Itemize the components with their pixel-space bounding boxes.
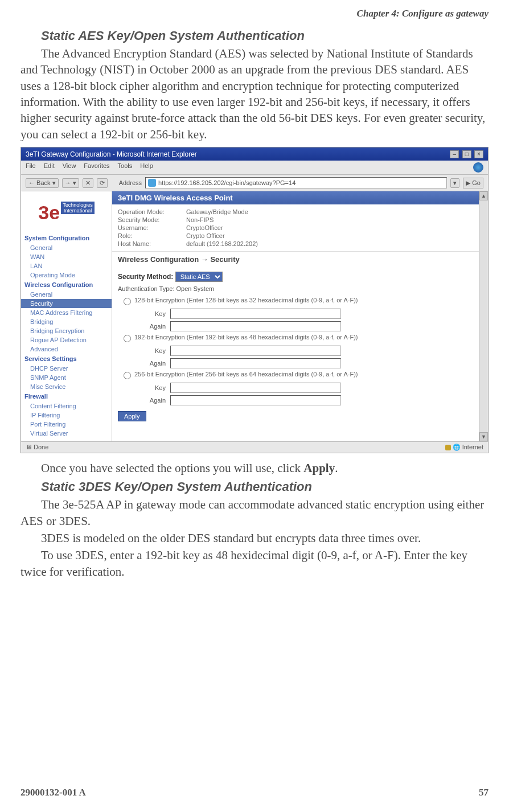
role-label: Role:: [118, 232, 186, 239]
screenshot-ie-window: 3eTI Gateway Configuration - Microsoft I…: [20, 147, 489, 453]
again-label-256: Again: [141, 397, 166, 404]
username-value: CryptoOfficer: [186, 224, 223, 231]
menu-view[interactable]: View: [63, 162, 76, 173]
nav-snmp[interactable]: SNMP Agent: [21, 373, 112, 382]
window-title: 3eTI Gateway Configuration - Microsoft I…: [26, 150, 197, 158]
sidebar-nav: 3eTechnologiesInternational System Confi…: [21, 191, 112, 441]
page-banner: 3eTI DMG Wireless Access Point: [112, 191, 479, 204]
again-input-256[interactable]: [170, 395, 341, 405]
again-input-128[interactable]: [170, 321, 341, 331]
apply-button[interactable]: Apply: [118, 411, 146, 421]
refresh-button[interactable]: ⟳: [97, 178, 108, 188]
security-method-select[interactable]: Static AES: [175, 272, 223, 282]
window-titlebar: 3eTI Gateway Configuration - Microsoft I…: [21, 147, 488, 161]
nav-bridgeenc[interactable]: Bridging Encryption: [21, 326, 112, 335]
menu-tools[interactable]: Tools: [118, 162, 133, 173]
window-controls: – □ ×: [449, 150, 483, 158]
nav-wan[interactable]: WAN: [21, 252, 112, 261]
paragraph-3des-2: 3DES is modeled on the older DES standar…: [20, 530, 489, 546]
menu-bar: File Edit View Favorites Tools Help: [21, 161, 488, 175]
again-label-192: Again: [141, 360, 166, 367]
auth-type: Authentication Type: Open System: [118, 284, 473, 296]
content-pane: 3eTI DMG Wireless Access Point Operation…: [112, 191, 479, 441]
minimize-button[interactable]: –: [450, 150, 459, 158]
maximize-button[interactable]: □: [462, 150, 471, 158]
close-button[interactable]: ×: [474, 150, 483, 158]
nav-section-system: System Configuration: [21, 233, 112, 243]
scroll-down-button[interactable]: ▼: [479, 432, 488, 441]
nav-dhcp[interactable]: DHCP Server: [21, 364, 112, 373]
menu-edit[interactable]: Edit: [44, 162, 55, 173]
key-input-192[interactable]: [170, 346, 341, 356]
nav-lan[interactable]: LAN: [21, 261, 112, 270]
status-right: 🌐 Internet: [445, 444, 483, 451]
radio-192bit[interactable]: [124, 335, 131, 342]
scrollbar[interactable]: ▲ ▼: [479, 191, 488, 441]
nav-general[interactable]: General: [21, 243, 112, 252]
section-title-3des: Static 3DES Key/Open System Authenticati…: [41, 479, 489, 494]
page-icon: [148, 179, 156, 187]
nav-security[interactable]: Security: [21, 299, 112, 308]
key-label-256: Key: [141, 384, 166, 391]
paragraph-apply: Once you have selected the options you w…: [20, 460, 489, 476]
lock-icon: [445, 445, 451, 450]
key-input-128[interactable]: [170, 309, 341, 319]
username-label: Username:: [118, 224, 186, 231]
nav-wgeneral[interactable]: General: [21, 290, 112, 299]
nav-rogueap[interactable]: Rogue AP Detection: [21, 335, 112, 345]
again-label-128: Again: [141, 323, 166, 330]
nav-section-services: Services Settings: [21, 354, 112, 364]
key-input-256[interactable]: [170, 383, 341, 393]
paragraph-3des-3: To use 3DES, enter a 192-bit key as 48 h…: [20, 547, 489, 580]
menu-file[interactable]: File: [26, 162, 36, 173]
role-value: Crypto Officer: [186, 232, 225, 239]
url-text: https://192.168.205.202/cgi-bin/sgateway…: [158, 179, 295, 186]
page-footer: 29000132-001 A 57: [20, 787, 489, 798]
nav-macfilter[interactable]: MAC Address Filtering: [21, 308, 112, 317]
stop-button[interactable]: ✕: [83, 178, 93, 188]
ie-logo-icon: [473, 162, 483, 173]
toolbar: ← Back ▾ → ▾ ✕ ⟳ Address https://192.168…: [21, 175, 488, 191]
nav-bridging[interactable]: Bridging: [21, 317, 112, 326]
menu-favorites[interactable]: Favorites: [84, 162, 109, 173]
nav-misc[interactable]: Misc Service: [21, 382, 112, 391]
op-mode-value: Gateway/Bridge Mode: [186, 208, 248, 215]
nav-section-firewall: Firewall: [21, 391, 112, 401]
address-bar[interactable]: https://192.168.205.202/cgi-bin/sgateway…: [145, 177, 447, 188]
paragraph-3des-1: The 3e-525A AP in gateway mode can accom…: [20, 497, 489, 529]
nav-contentfilter[interactable]: Content Filtering: [21, 401, 112, 411]
nav-opmode[interactable]: Operating Mode: [21, 270, 112, 280]
security-form: Security Method: Static AES Authenticati…: [112, 267, 479, 427]
address-label: Address: [119, 179, 142, 186]
nav-ipfilter[interactable]: IP Filtering: [21, 411, 112, 420]
doc-number: 29000132-001 A: [20, 787, 86, 798]
nav-advanced[interactable]: Advanced: [21, 345, 112, 354]
op-mode-label: Operation Mode:: [118, 208, 186, 215]
menu-help[interactable]: Help: [140, 162, 153, 173]
sec-mode-label: Security Mode:: [118, 216, 186, 223]
forward-button[interactable]: → ▾: [62, 178, 79, 188]
key-label-128: Key: [141, 310, 166, 317]
section-title-aes: Static AES Key/Open System Authenticatio…: [41, 28, 489, 43]
nav-section-wireless: Wireless Configuration: [21, 280, 112, 290]
logo: 3eTechnologiesInternational: [26, 198, 107, 227]
nav-vserver[interactable]: Virtual Server: [21, 429, 112, 438]
radio-256bit[interactable]: [124, 372, 131, 379]
hostname-label: Host Name:: [118, 240, 186, 247]
radio-128bit-label: 128-bit Encryption (Enter 128-bit keys a…: [134, 297, 473, 304]
hostname-value: default (192.168.202.202): [186, 240, 258, 247]
key-label-192: Key: [141, 347, 166, 354]
again-input-192[interactable]: [170, 358, 341, 368]
nav-portfilter[interactable]: Port Filtering: [21, 420, 112, 429]
scroll-up-button[interactable]: ▲: [479, 191, 488, 200]
info-block: Operation Mode:Gateway/Bridge Mode Secur…: [112, 204, 479, 252]
radio-192bit-label: 192-bit Encryption (Enter 192-bit keys a…: [134, 334, 473, 341]
address-dropdown[interactable]: ▾: [450, 178, 459, 188]
radio-128bit[interactable]: [124, 298, 131, 305]
back-button[interactable]: ← Back ▾: [26, 178, 59, 188]
radio-256bit-label: 256-bit Encryption (Enter 256-bit keys a…: [134, 371, 473, 378]
security-method-label: Security Method:: [118, 273, 173, 281]
go-button[interactable]: ▶ Go: [463, 178, 483, 188]
status-bar: 🖥 Done 🌐 Internet: [21, 441, 488, 453]
status-left: 🖥 Done: [26, 444, 48, 451]
